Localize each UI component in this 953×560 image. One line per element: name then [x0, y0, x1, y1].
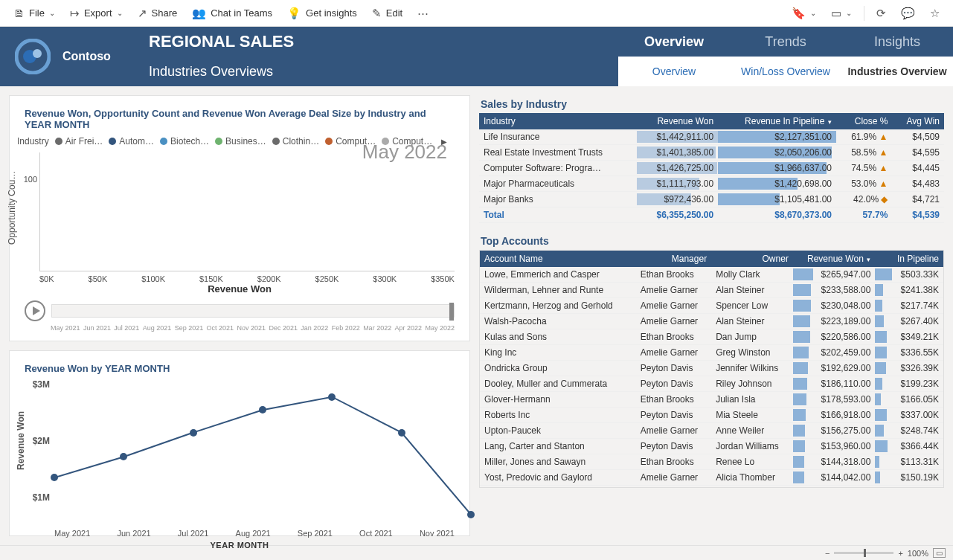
subtab-overview[interactable]: Overview	[618, 57, 730, 86]
column-header[interactable]: Revenue Won ▾	[793, 251, 875, 267]
timeline-tick: Oct 2021	[207, 324, 234, 332]
timeline-tick: Apr 2022	[395, 324, 423, 332]
legend-dot-icon	[55, 138, 62, 145]
tab-insights[interactable]: Insights	[841, 27, 953, 57]
table-row[interactable]: Kertzmann, Herzog and GerholdAmelie Garn…	[480, 298, 943, 314]
column-header[interactable]: In Pipeline	[875, 251, 943, 267]
line-chart-card[interactable]: Revenue Won by YEAR MONTH Revenue Won $3…	[9, 350, 470, 536]
legend-item[interactable]: Clothin…	[272, 136, 319, 147]
file-menu[interactable]: 🗎File⌄	[7, 4, 61, 22]
table-row[interactable]: Real Estate Investment Trusts $1,401,385…	[479, 145, 944, 161]
scatter-chart-card[interactable]: Revenue Won, Opportunity Count and Reven…	[9, 95, 470, 341]
table-row[interactable]: Tromp LLCAmelie GarnerDavid So $138,797.…	[480, 486, 943, 489]
legend-item[interactable]: Biotech…	[160, 136, 209, 147]
share-button[interactable]: ↗Share	[132, 4, 184, 23]
timeline-tick: Feb 2022	[332, 324, 360, 332]
export-menu[interactable]: ↦Export⌄	[64, 4, 129, 23]
column-header[interactable]: Revenue In Pipeline ▾	[718, 113, 836, 129]
get-insights-button[interactable]: 💡Get insights	[281, 4, 363, 23]
kpi-indicator-icon: ▲	[879, 178, 888, 189]
table-row[interactable]: Ondricka GroupPeyton DavisJennifer Wilki…	[480, 361, 943, 376]
x-tick: Jul 2021	[178, 529, 209, 538]
zoom-out-button[interactable]: −	[825, 549, 830, 558]
table-row[interactable]: Lowe, Emmerich and CasperEthan BrooksMol…	[480, 267, 943, 283]
brand-name: Contoso	[62, 50, 111, 63]
data-point	[467, 511, 475, 518]
zoom-slider[interactable]	[834, 552, 893, 554]
column-header[interactable]: Avg Win	[892, 113, 944, 129]
table-row[interactable]: Walsh-PacochaAmelie GarnerAlan Steiner $…	[480, 314, 943, 329]
tab-trends[interactable]: Trends	[730, 27, 841, 57]
timeline-tick: Mar 2022	[363, 324, 391, 332]
subtab-industries-overview[interactable]: Industries Overview	[841, 57, 953, 86]
sales-by-industry-card[interactable]: Sales by Industry IndustryRevenue WonRev…	[479, 95, 944, 223]
kpi-indicator-icon: ◆	[881, 194, 888, 205]
table-row[interactable]: Roberts IncPeyton DavisMia Steele $166,9…	[480, 408, 943, 423]
table-title: Sales by Industry	[479, 95, 944, 113]
x-tick: Nov 2021	[420, 529, 455, 538]
bookmark-menu[interactable]: 🔖⌄	[786, 4, 822, 23]
view-menu[interactable]: ▭⌄	[825, 4, 858, 23]
column-header[interactable]: Owner	[711, 251, 793, 267]
table-row[interactable]: Upton-PaucekAmelie GarnerAnne Weiler $15…	[480, 423, 943, 439]
timeline-handle[interactable]	[449, 303, 454, 321]
ellipsis-icon: ⋯	[417, 7, 429, 20]
fit-to-page-button[interactable]: ▭	[933, 548, 946, 558]
chevron-down-icon: ⌄	[49, 9, 55, 17]
table-row[interactable]: Major Banks $972,436.00 $1,105,481.00 42…	[479, 192, 944, 207]
timeline-tick: Dec 2021	[269, 324, 298, 332]
y-tick: 100	[24, 175, 37, 184]
table-row[interactable]: Lang, Carter and StantonPeyton DavisJord…	[480, 439, 943, 454]
table-row[interactable]: King IncAmelie GarnerGreg Winston $202,4…	[480, 345, 943, 361]
table-row[interactable]: Dooley, Muller and CummerataPeyton Davis…	[480, 376, 943, 392]
kpi-indicator-icon: ▲	[879, 163, 888, 173]
refresh-button[interactable]: ⟳	[870, 4, 892, 23]
top-accounts-card[interactable]: Top Accounts Account NameManagerOwnerRev…	[479, 232, 944, 536]
zoom-in-button[interactable]: +	[898, 549, 902, 558]
comment-button[interactable]: 💬	[895, 4, 921, 23]
column-header[interactable]: Industry	[479, 113, 637, 129]
column-header[interactable]: Manager	[636, 251, 711, 267]
tab-overview[interactable]: Overview	[618, 27, 730, 57]
chevron-down-icon: ⌄	[846, 9, 852, 17]
table-row[interactable]: Yost, Predovic and GaylordAmelie GarnerA…	[480, 470, 943, 486]
column-header[interactable]: Revenue Won	[637, 113, 718, 129]
x-axis: $0K$50K$100K$150K$200K$250K$300K$350K	[39, 274, 455, 283]
column-header[interactable]: Account Name	[480, 251, 636, 267]
edit-button[interactable]: ✎Edit	[366, 4, 408, 23]
table-row[interactable]: Major Pharmaceuticals $1,111,793.00 $1,4…	[479, 176, 944, 192]
x-tick: Aug 2021	[236, 529, 271, 538]
legend-dot-icon	[325, 138, 333, 145]
table-row[interactable]: Computer Software: Progra… $1,426,725.00…	[479, 161, 944, 176]
legend-item[interactable]: Busines…	[215, 136, 266, 147]
favorite-button[interactable]: ☆	[924, 4, 946, 23]
legend-dot-icon	[109, 138, 116, 145]
legend-item[interactable]: Air Frei…	[55, 136, 103, 147]
timeline-tick: Jan 2022	[301, 324, 328, 332]
bookmark-icon: 🔖	[792, 7, 806, 20]
table-row[interactable]: Wilderman, Lehner and RunteAmelie Garner…	[480, 283, 943, 298]
more-button[interactable]: ⋯	[411, 4, 434, 23]
kpi-indicator-icon: ▲	[879, 147, 888, 158]
timeline-tick: Jun 2021	[83, 324, 111, 332]
x-tick: Oct 2021	[359, 529, 393, 538]
header-tabs: OverviewOverviewTrendsWin/Loss OverviewI…	[618, 27, 953, 86]
table-row[interactable]: Kulas and SonsEthan BrooksDan Jump $220,…	[480, 329, 943, 345]
subtab-win-loss-overview[interactable]: Win/Loss Overview	[730, 57, 841, 86]
table-row[interactable]: Life Insurance $1,442,911.00 $2,127,351.…	[479, 129, 944, 145]
report-header: Contoso REGIONAL SALES Industries Overvi…	[0, 27, 953, 86]
legend-item[interactable]: Autom…	[109, 136, 154, 147]
data-point	[190, 429, 197, 437]
chat-teams-button[interactable]: 👥Chat in Teams	[186, 4, 278, 23]
y-tick: $1M	[33, 492, 50, 503]
sales-by-industry-table: IndustryRevenue WonRevenue In Pipeline ▾…	[479, 113, 944, 223]
x-tick: $300K	[373, 274, 397, 283]
column-header[interactable]: Close %	[836, 113, 892, 129]
logo-icon	[15, 39, 51, 74]
table-row[interactable]: Glover-HermannEthan BrooksJulian Isla $1…	[480, 392, 943, 408]
timeline-slider[interactable]	[51, 304, 455, 318]
play-button[interactable]	[25, 300, 45, 321]
sort-desc-icon: ▾	[826, 118, 832, 126]
table-row[interactable]: Miller, Jones and SawaynEthan BrooksRene…	[480, 454, 943, 470]
animation-player	[25, 300, 455, 321]
